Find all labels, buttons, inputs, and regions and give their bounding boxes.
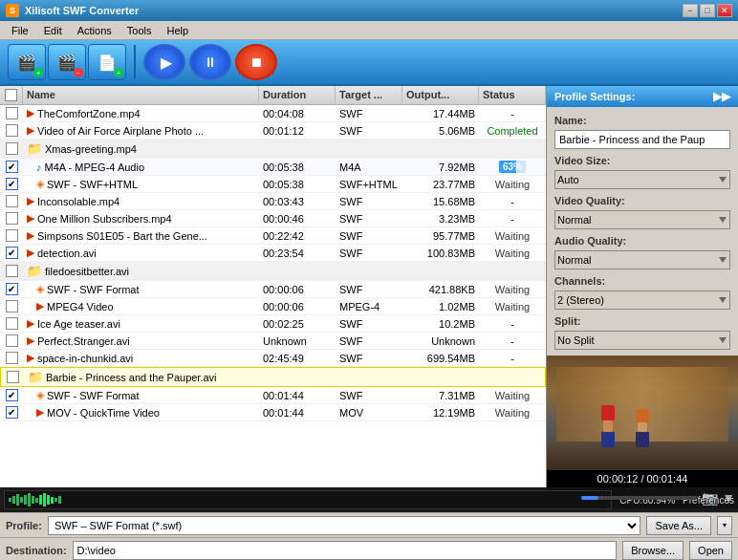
preview-progress-fill [581,496,598,500]
preview-area [547,355,738,470]
video-icon: ▶ [27,212,34,225]
col-name[interactable]: Name [23,86,259,104]
destination-label: Destination: [6,545,67,556]
audio-quality-label: Audio Quality: [554,235,730,247]
row-checkbox[interactable] [6,352,18,364]
row-checkbox[interactable] [6,265,18,277]
menu-actions[interactable]: Actions [70,23,119,38]
row-checkbox[interactable] [6,300,18,312]
row-checkbox[interactable]: ✔ [6,161,18,173]
open-button[interactable]: Open [689,541,732,560]
remove-badge: − [74,68,83,77]
video-icon: ▶ [27,229,34,242]
table-row[interactable]: ▶Perfect.Stranger.avi Unknown SWF Unknow… [0,333,546,350]
table-row[interactable]: ▶TheComfortZone.mp4 00:04:08 SWF 17.44MB… [0,105,546,122]
col-target[interactable]: Target ... [336,86,402,104]
preview-progress-bar[interactable] [581,496,698,500]
maximize-button[interactable]: □ [700,4,715,17]
pause-button[interactable]: ⏸ [189,44,231,80]
channels-label: Channels: [554,275,730,287]
video-icon: ▶ [27,124,34,137]
destination-input[interactable] [73,541,618,560]
row-checkbox[interactable] [6,195,18,207]
row-checkbox[interactable] [6,212,18,225]
video-icon: ▶ [27,352,34,364]
video-quality-select[interactable]: Normal [554,210,730,229]
row-checkbox[interactable] [6,124,18,137]
row-checkbox[interactable]: ✔ [6,389,18,401]
name-input[interactable] [554,130,730,149]
profile-select[interactable]: SWF – SWF Format (*.swf) [48,516,641,535]
video-icon: ▶ [27,195,34,207]
remove-file-button[interactable]: 🎬 − [48,44,86,80]
row-checkbox[interactable]: ✔ [6,406,18,419]
folder-icon: 📁 [27,264,42,278]
split-select[interactable]: No Split [554,331,730,350]
table-row[interactable]: ▶Inconsolable.mp4 00:03:43 SWF 15.68MB - [0,193,546,210]
table-row[interactable]: ✔ ▶MOV - QuickTime Video 00:01:44 MOV 12… [0,404,546,421]
stop-button[interactable]: ⏹ [235,44,277,80]
table-row[interactable]: ✔ ▶detection.avi 00:23:54 SWF 100.83MB W… [0,245,546,262]
menu-file[interactable]: File [4,23,36,38]
play-button[interactable]: ▶ [143,44,185,80]
menu-bar: File Edit Actions Tools Help [0,21,738,40]
video-size-select[interactable]: Auto [554,170,730,189]
select-all-checkbox[interactable] [5,89,17,101]
table-row[interactable]: ▶Video of Air Force Airplane Photo ... 0… [0,122,546,140]
row-checkbox[interactable]: ✔ [6,247,18,259]
waveform-display [4,490,612,509]
table-row[interactable]: ▶Ice Age teaser.avi 00:02:25 SWF 10.2MB … [0,315,546,333]
toolbar: 🎬 + 🎬 − 📄 + ▶ ⏸ ⏹ [0,40,738,86]
col-output[interactable]: Output... [402,86,479,104]
row-checkbox[interactable] [6,334,18,347]
table-row[interactable]: ✔ ♪M4A - MPEG-4 Audio 00:05:38 M4A 7.92M… [0,159,546,176]
video-icon: ▶ [27,334,34,347]
table-row[interactable]: ▶Simpsons S01E05 - Bart the Gene... 00:2… [0,227,546,245]
table-row[interactable]: ✔ ◈SWF - SWF Format 00:01:44 SWF 7.31MB … [0,387,546,404]
table-row[interactable]: ▶space-in-chunkid.avi 02:45:49 SWF 699.5… [0,350,546,367]
row-checkbox[interactable]: ✔ [6,178,18,190]
settings-form: Name: Video Size: Auto Video Quality: No… [547,107,738,355]
table-row[interactable]: ▶MPEG4 Video 00:00:06 MPEG-4 1.02MB Wait… [0,298,546,315]
audio-icon: ♪ [36,162,42,173]
menu-help[interactable]: Help [159,23,196,38]
table-row[interactable]: ✔ ◈SWF - SWF+HTML 00:05:38 SWF+HTML 23.7… [0,176,546,193]
row-checkbox[interactable] [6,229,18,242]
title-bar: S Xilisoft SWF Converter − □ ✕ [0,0,738,21]
save-as-dropdown[interactable]: ▾ [717,516,732,535]
table-row[interactable]: ▶One Million Subscribers.mp4 00:00:46 SW… [0,210,546,227]
progress-status: 63% [499,161,526,173]
table-row[interactable]: 📁Barbie - Princess and the Pauper.avi [0,367,546,387]
video-quality-label: Video Quality: [554,195,730,206]
table-row[interactable]: ✔ ◈SWF - SWF Format 00:00:06 SWF 421.88K… [0,281,546,298]
row-checkbox[interactable] [6,107,18,119]
row-checkbox[interactable] [7,371,19,383]
add-folder-button[interactable]: 📄 + [88,44,126,80]
table-row[interactable]: 📁filedoesitbetter.avi [0,262,546,281]
play-icon: ▶ [161,54,172,72]
profile-label: Profile: [6,520,42,531]
menu-edit[interactable]: Edit [36,23,70,38]
name-label: Name: [554,115,730,126]
video-icon: ▶ [36,406,44,419]
col-duration[interactable]: Duration [259,86,336,104]
video-icon: ▶ [27,247,34,259]
close-button[interactable]: ✕ [717,4,732,17]
profile-row: Profile: SWF – SWF Format (*.swf) Save A… [0,512,738,537]
video-icon: ▶ [36,300,44,312]
doc-icon: 📄 [98,54,117,72]
row-checkbox[interactable] [6,317,18,330]
browse-button[interactable]: Browse... [622,541,684,560]
minimize-button[interactable]: − [683,4,698,17]
audio-quality-select[interactable]: Normal [554,250,730,269]
channels-select[interactable]: 2 (Stereo) [554,291,730,310]
row-checkbox[interactable]: ✔ [6,283,18,295]
add-file-button[interactable]: 🎬 + [8,44,46,80]
menu-tools[interactable]: Tools [119,23,160,38]
swf-icon: ◈ [36,389,44,401]
save-as-button[interactable]: Save As... [646,516,711,535]
col-status[interactable]: Status [479,86,546,104]
table-row[interactable]: 📁Xmas-greeting.mp4 [0,140,546,159]
row-checkbox[interactable] [6,142,18,155]
expand-button[interactable]: ▶▶ [713,90,730,103]
